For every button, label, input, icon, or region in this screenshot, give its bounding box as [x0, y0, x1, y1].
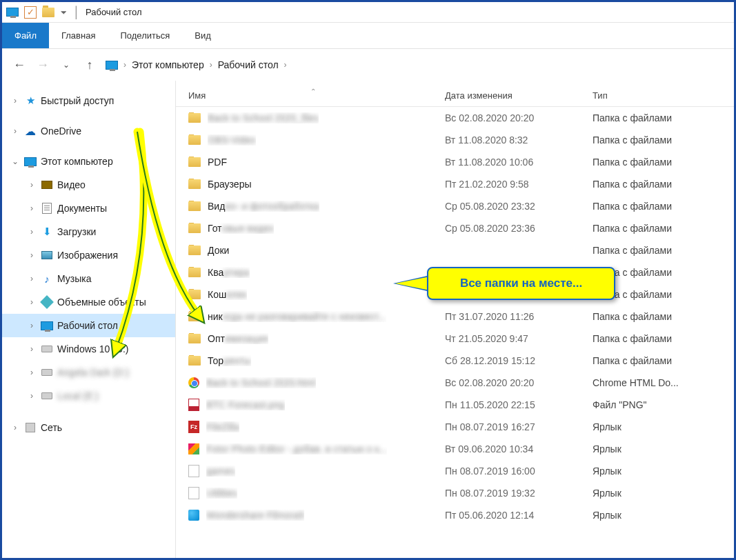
- chevron-right-icon[interactable]: ›: [10, 423, 20, 432]
- sidebar-item-downloads[interactable]: ›⬇Загрузки: [2, 220, 175, 243]
- sidebar-item-e[interactable]: ›Local (E:): [2, 384, 175, 408]
- sidebar-label: Музыка: [57, 273, 92, 284]
- column-name[interactable]: Имя⌃: [176, 90, 445, 101]
- chevron-right-icon[interactable]: ›: [27, 203, 37, 213]
- chevron-right-icon[interactable]: ›: [27, 297, 37, 307]
- table-row[interactable]: UtilitiesПн 08.07.2019 19:32Ярлык: [176, 482, 734, 504]
- sidebar-label: Windows 10 (C:): [57, 343, 128, 354]
- qat-properties-icon[interactable]: ✓: [24, 6, 37, 19]
- table-row[interactable]: никогда не разговаривайте с неизвест...П…: [176, 306, 734, 328]
- cell-name: games: [176, 465, 445, 477]
- qat-dropdown-icon[interactable]: ⏷: [60, 8, 68, 17]
- sidebar-item-c[interactable]: ›Windows 10 (C:): [2, 337, 175, 361]
- chevron-icon[interactable]: ›: [210, 60, 212, 70]
- table-row[interactable]: Fotor Photo Editor - добав. в статью о к…: [176, 438, 734, 460]
- table-row[interactable]: OBS-VideoВт 11.08.2020 8:32Папка с файла…: [176, 129, 734, 151]
- cell-date: Пн 08.07.2019 16:00: [445, 466, 593, 477]
- qat: ✓ ⏷: [6, 6, 68, 19]
- chevron-right-icon[interactable]: ›: [27, 180, 37, 190]
- table-row[interactable]: Back to School 2020.htmlВс 02.08.2020 20…: [176, 372, 734, 394]
- qat-newfolder-icon[interactable]: [42, 8, 54, 17]
- sidebar-item-quick[interactable]: ›★Быстрый доступ: [2, 89, 175, 112]
- column-label: Имя: [188, 90, 206, 101]
- chevron-right-icon[interactable]: ›: [10, 126, 20, 136]
- file-name: Браузеры: [208, 179, 252, 190]
- file-name: Кошелек: [208, 289, 247, 300]
- cell-name: OBS-Video: [176, 134, 445, 146]
- nav-up-icon[interactable]: ↑: [82, 57, 97, 72]
- callout-text: Все папки на месте...: [460, 277, 582, 290]
- cell-date: Ср 05.08.2020 23:32: [445, 201, 593, 212]
- chevron-right-icon[interactable]: ›: [27, 274, 37, 283]
- breadcrumb[interactable]: › Этот компьютер › Рабочий стол ›: [106, 59, 287, 70]
- table-row[interactable]: Видео- и фотообработкаСр 05.08.2020 23:3…: [176, 195, 734, 217]
- nav-back-icon[interactable]: ←: [12, 57, 27, 72]
- column-date[interactable]: Дата изменения: [445, 90, 593, 101]
- chrome-icon: [188, 377, 199, 388]
- chevron-icon[interactable]: ›: [123, 60, 126, 70]
- tab-file[interactable]: Файл: [2, 23, 49, 48]
- sidebar-item-video[interactable]: ›Видео: [2, 173, 175, 197]
- sidebar-label: Angela Dark (D:): [57, 367, 129, 378]
- table-row[interactable]: gamesПн 08.07.2019 16:00Ярлык: [176, 460, 734, 482]
- sidebar-item-pc[interactable]: ⌄Этот компьютер: [2, 150, 175, 173]
- cube-icon: [41, 296, 53, 308]
- nav-history-icon[interactable]: ⌄: [59, 57, 74, 72]
- chevron-right-icon[interactable]: ›: [27, 250, 37, 260]
- table-row[interactable]: ТоррентыСб 28.12.2019 15:12Папка с файла…: [176, 350, 734, 372]
- table-row[interactable]: FzFileZillaПн 08.07.2019 16:27Ярлык: [176, 416, 734, 438]
- folder-icon: [188, 179, 201, 189]
- cell-date: Вс 02.08.2020 20:20: [445, 377, 593, 388]
- table-row[interactable]: БраузерыПт 21.02.2020 9:58Папка с файлам…: [176, 173, 734, 195]
- table-row[interactable]: Готовые видеоСр 05.08.2020 23:36Папка с …: [176, 217, 734, 239]
- file-icon: [188, 487, 199, 499]
- sidebar-item-desktop[interactable]: ›Рабочий стол: [2, 314, 175, 337]
- cell-name: FzFileZilla: [176, 421, 445, 433]
- chevron-right-icon[interactable]: ›: [27, 368, 37, 377]
- chevron-right-icon[interactable]: ›: [27, 344, 37, 354]
- chevron-right-icon[interactable]: ›: [27, 391, 37, 401]
- sidebar-item-docs[interactable]: ›Документы: [2, 197, 175, 220]
- file-icon: [188, 465, 199, 477]
- tab-home[interactable]: Главная: [49, 23, 108, 48]
- table-row[interactable]: Back to School 2020_filesВс 02.08.2020 2…: [176, 107, 734, 129]
- chevron-icon[interactable]: ›: [284, 60, 287, 70]
- pc-icon: [106, 61, 118, 70]
- sidebar-item-onedrive[interactable]: ›☁OneDrive: [2, 119, 175, 143]
- filezilla-icon: Fz: [188, 421, 199, 433]
- table-row[interactable]: ОптимизацияЧт 21.05.2020 9:47Папка с фай…: [176, 328, 734, 350]
- column-type[interactable]: Тип: [593, 90, 734, 101]
- chevron-down-icon[interactable]: ⌄: [10, 157, 20, 166]
- sidebar-item-d[interactable]: ›Angela Dark (D:): [2, 361, 175, 384]
- tab-view[interactable]: Вид: [182, 23, 223, 48]
- callout-tail: [395, 277, 430, 290]
- window-title: Рабочий стол: [86, 7, 142, 17]
- app-icon: [6, 8, 19, 17]
- sidebar-item-pictures[interactable]: ›Изображения: [2, 243, 175, 267]
- breadcrumb-root[interactable]: Этот компьютер: [132, 59, 204, 70]
- cell-date: Пт 31.07.2020 11:26: [445, 311, 593, 322]
- cell-date: Вт 11.08.2020 8:32: [445, 134, 593, 146]
- table-row[interactable]: Wondershare Filmora9Пт 05.06.2020 12:14Я…: [176, 504, 734, 526]
- sidebar-item-network[interactable]: ›Сеть: [2, 416, 175, 439]
- file-name: PDF: [208, 157, 227, 168]
- chevron-right-icon[interactable]: ›: [10, 96, 20, 106]
- png-icon: [188, 399, 199, 411]
- chevron-right-icon[interactable]: ›: [27, 227, 37, 237]
- chevron-right-icon[interactable]: ›: [27, 321, 37, 330]
- cell-type: Папка с файлами: [593, 223, 734, 234]
- table-row[interactable]: BTC Forecast.pngПн 11.05.2020 22:15Файл …: [176, 394, 734, 416]
- file-name: Оптимизация: [208, 333, 268, 344]
- sidebar-label: Загрузки: [57, 226, 96, 237]
- sidebar-item-music[interactable]: ›♪Музыка: [2, 267, 175, 290]
- cell-type: Папка с файлами: [593, 355, 734, 366]
- tab-share[interactable]: Поделиться: [108, 23, 182, 48]
- file-list: Имя⌃ Дата изменения Тип Back to School 2…: [176, 81, 734, 558]
- star-icon: ★: [24, 94, 37, 107]
- cell-type: Ярлык: [593, 510, 734, 521]
- table-row[interactable]: PDFВт 11.08.2020 10:06Папка с файлами: [176, 151, 734, 173]
- breadcrumb-current[interactable]: Рабочий стол: [218, 59, 279, 70]
- sidebar-item-3d[interactable]: ›Объемные объекты: [2, 290, 175, 314]
- file-name: Back to School 2020_files: [208, 112, 319, 123]
- table-row[interactable]: ДокиПапка с файлами: [176, 239, 734, 261]
